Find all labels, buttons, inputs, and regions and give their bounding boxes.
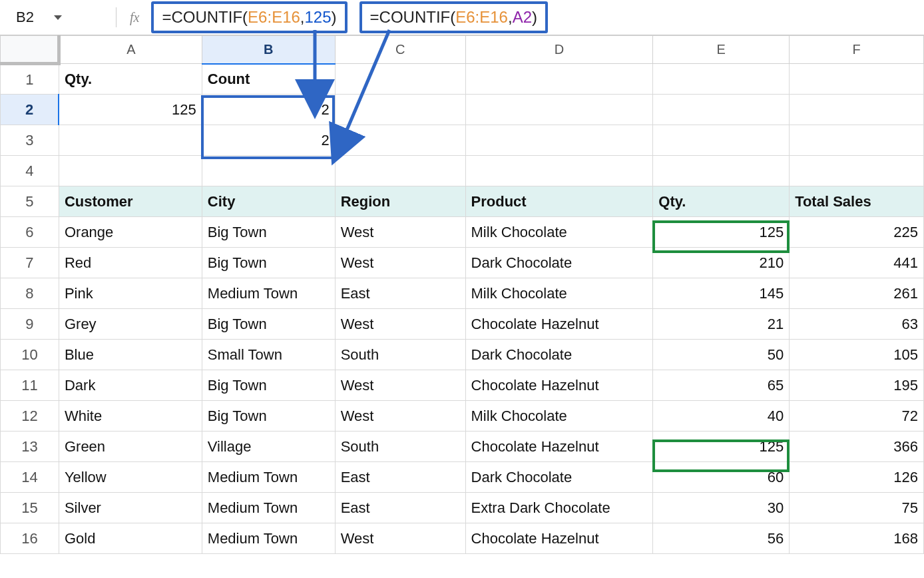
cell-C13[interactable]: South xyxy=(335,432,465,462)
row-header-16[interactable]: 16 xyxy=(1,523,59,554)
cell-D14[interactable]: Dark Chocolate xyxy=(465,462,653,493)
cell-C5[interactable]: Region xyxy=(335,186,465,217)
cell-D5[interactable]: Product xyxy=(465,186,653,217)
cell-D15[interactable]: Extra Dark Chocolate xyxy=(465,493,653,523)
cell-D8[interactable]: Milk Chocolate xyxy=(465,278,653,309)
name-box[interactable]: B2 xyxy=(12,5,103,29)
cell-D11[interactable]: Chocolate Hazelnut xyxy=(465,370,653,401)
grid[interactable]: A B C D E F 1 Qty. Count 2 125 2 3 xyxy=(0,35,924,554)
row-header-8[interactable]: 8 xyxy=(1,278,59,309)
row-header-7[interactable]: 7 xyxy=(1,248,59,278)
cell-C16[interactable]: West xyxy=(335,523,465,554)
cell-E6[interactable]: 125 xyxy=(653,217,790,248)
row-header-13[interactable]: 13 xyxy=(1,432,59,462)
cell-C10[interactable]: South xyxy=(335,340,465,370)
cell-E8[interactable]: 145 xyxy=(653,278,790,309)
cell-E7[interactable]: 210 xyxy=(653,248,790,278)
cell-C15[interactable]: East xyxy=(335,493,465,523)
cell-A3[interactable] xyxy=(59,125,202,156)
cell-A7[interactable]: Red xyxy=(59,248,202,278)
cell-D3[interactable] xyxy=(465,125,653,156)
cell-B16[interactable]: Medium Town xyxy=(202,523,335,554)
cell-B11[interactable]: Big Town xyxy=(202,370,335,401)
cell-B4[interactable] xyxy=(202,156,335,186)
cell-A5[interactable]: Customer xyxy=(59,186,202,217)
cell-E3[interactable] xyxy=(653,125,790,156)
cell-A6[interactable]: Orange xyxy=(59,217,202,248)
col-header-B[interactable]: B xyxy=(202,36,335,64)
cell-F2[interactable] xyxy=(790,95,924,125)
cell-B6[interactable]: Big Town xyxy=(202,217,335,248)
cell-B3[interactable]: 2 xyxy=(202,125,335,156)
cell-F14[interactable]: 126 xyxy=(790,462,924,493)
cell-F1[interactable] xyxy=(790,64,924,95)
cell-D1[interactable] xyxy=(465,64,653,95)
cell-A9[interactable]: Grey xyxy=(59,309,202,340)
cell-A4[interactable] xyxy=(59,156,202,186)
cell-D16[interactable]: Chocolate Hazelnut xyxy=(465,523,653,554)
cell-A8[interactable]: Pink xyxy=(59,278,202,309)
col-header-D[interactable]: D xyxy=(465,36,653,64)
cell-E4[interactable] xyxy=(653,156,790,186)
cell-E11[interactable]: 65 xyxy=(653,370,790,401)
cell-C7[interactable]: West xyxy=(335,248,465,278)
cell-F3[interactable] xyxy=(790,125,924,156)
row-header-2[interactable]: 2 xyxy=(1,95,59,125)
cell-C9[interactable]: West xyxy=(335,309,465,340)
cell-F11[interactable]: 195 xyxy=(790,370,924,401)
cell-F8[interactable]: 261 xyxy=(790,278,924,309)
cell-B5[interactable]: City xyxy=(202,186,335,217)
cell-C6[interactable]: West xyxy=(335,217,465,248)
row-header-14[interactable]: 14 xyxy=(1,462,59,493)
cell-A14[interactable]: Yellow xyxy=(59,462,202,493)
cell-D4[interactable] xyxy=(465,156,653,186)
row-header-4[interactable]: 4 xyxy=(1,156,59,186)
row-header-10[interactable]: 10 xyxy=(1,340,59,370)
cell-F12[interactable]: 72 xyxy=(790,401,924,432)
cell-E13[interactable]: 125 xyxy=(653,432,790,462)
cell-B15[interactable]: Medium Town xyxy=(202,493,335,523)
row-header-1[interactable]: 1 xyxy=(1,64,59,95)
cell-A1[interactable]: Qty. xyxy=(59,64,202,95)
cell-F9[interactable]: 63 xyxy=(790,309,924,340)
cell-A13[interactable]: Green xyxy=(59,432,202,462)
cell-B12[interactable]: Big Town xyxy=(202,401,335,432)
cell-C2[interactable] xyxy=(335,95,465,125)
cell-C4[interactable] xyxy=(335,156,465,186)
cell-D13[interactable]: Chocolate Hazelnut xyxy=(465,432,653,462)
cell-C1[interactable] xyxy=(335,64,465,95)
cell-A2[interactable]: 125 xyxy=(59,95,202,125)
cell-E15[interactable]: 30 xyxy=(653,493,790,523)
cell-F16[interactable]: 168 xyxy=(790,523,924,554)
cell-D6[interactable]: Milk Chocolate xyxy=(465,217,653,248)
cell-F4[interactable] xyxy=(790,156,924,186)
cell-B2[interactable]: 2 xyxy=(202,95,335,125)
cell-D9[interactable]: Chocolate Hazelnut xyxy=(465,309,653,340)
row-header-9[interactable]: 9 xyxy=(1,309,59,340)
cell-B14[interactable]: Medium Town xyxy=(202,462,335,493)
row-header-6[interactable]: 6 xyxy=(1,217,59,248)
cell-F7[interactable]: 441 xyxy=(790,248,924,278)
cell-C12[interactable]: West xyxy=(335,401,465,432)
cell-E2[interactable] xyxy=(653,95,790,125)
cell-B8[interactable]: Medium Town xyxy=(202,278,335,309)
row-header-11[interactable]: 11 xyxy=(1,370,59,401)
cell-F15[interactable]: 75 xyxy=(790,493,924,523)
cell-E16[interactable]: 56 xyxy=(653,523,790,554)
row-header-12[interactable]: 12 xyxy=(1,401,59,432)
cell-B13[interactable]: Village xyxy=(202,432,335,462)
cell-E10[interactable]: 50 xyxy=(653,340,790,370)
cell-D12[interactable]: Milk Chocolate xyxy=(465,401,653,432)
cell-D7[interactable]: Dark Chocolate xyxy=(465,248,653,278)
cell-C14[interactable]: East xyxy=(335,462,465,493)
name-box-dropdown-icon[interactable] xyxy=(54,15,62,20)
cell-D2[interactable] xyxy=(465,95,653,125)
col-header-F[interactable]: F xyxy=(790,36,924,64)
cell-E12[interactable]: 40 xyxy=(653,401,790,432)
select-all-corner[interactable] xyxy=(1,36,59,64)
cell-D10[interactable]: Dark Chocolate xyxy=(465,340,653,370)
row-header-3[interactable]: 3 xyxy=(1,125,59,156)
col-header-E[interactable]: E xyxy=(653,36,790,64)
row-header-5[interactable]: 5 xyxy=(1,186,59,217)
cell-B7[interactable]: Big Town xyxy=(202,248,335,278)
